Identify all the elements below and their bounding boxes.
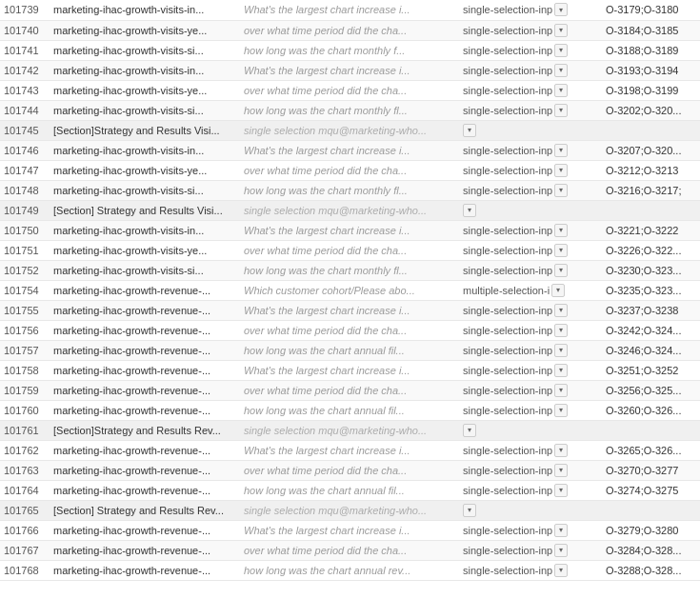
dropdown-arrow-icon[interactable]: ▾ xyxy=(554,104,568,117)
row-question: What's the largest chart increase i... xyxy=(240,440,459,460)
row-name: marketing-ihac-growth-visits-si... xyxy=(50,100,240,120)
row-type[interactable]: single-selection-inp▾ xyxy=(459,100,602,120)
row-type[interactable]: single-selection-inp▾ xyxy=(459,460,602,480)
row-output xyxy=(602,420,700,440)
dropdown-arrow-icon[interactable]: ▾ xyxy=(554,64,568,77)
row-type[interactable]: single-selection-inp▾ xyxy=(459,260,602,280)
dropdown-arrow-icon[interactable]: ▾ xyxy=(463,424,476,437)
row-id: 101758 xyxy=(0,360,50,380)
dropdown-arrow-icon[interactable]: ▾ xyxy=(554,3,568,16)
dropdown-arrow-icon[interactable]: ▾ xyxy=(554,164,568,177)
dropdown-arrow-icon[interactable]: ▾ xyxy=(554,344,568,357)
row-id: 101764 xyxy=(0,480,50,500)
row-id: 101760 xyxy=(0,400,50,420)
row-type[interactable]: single-selection-inp▾ xyxy=(459,560,602,580)
row-output: O-3284;O-328... xyxy=(602,540,700,560)
row-type[interactable]: single-selection-inp▾ xyxy=(459,520,602,540)
row-question: how long was the chart monthly fl... xyxy=(240,260,459,280)
row-type[interactable]: single-selection-inp▾ xyxy=(459,340,602,360)
type-label: single-selection-inp xyxy=(463,545,552,556)
table-row: 101747marketing-ihac-growth-visits-ye...… xyxy=(0,160,700,180)
dropdown-arrow-icon[interactable]: ▾ xyxy=(554,24,568,37)
row-question: how long was the chart monthly fl... xyxy=(240,100,459,120)
row-type[interactable]: single-selection-inp▾ xyxy=(459,380,602,400)
row-type[interactable]: single-selection-inp▾ xyxy=(459,40,602,60)
type-label: single-selection-inp xyxy=(463,265,552,276)
row-name: marketing-ihac-growth-visits-ye... xyxy=(50,240,240,260)
row-type[interactable]: single-selection-inp▾ xyxy=(459,300,602,320)
row-type[interactable]: single-selection-inp▾ xyxy=(459,440,602,460)
dropdown-arrow-icon[interactable]: ▾ xyxy=(554,84,568,97)
row-type[interactable]: single-selection-inp▾ xyxy=(459,160,602,180)
row-question: how long was the chart annual fil... xyxy=(240,480,459,500)
type-label: single-selection-inp xyxy=(463,325,552,336)
dropdown-arrow-icon[interactable]: ▾ xyxy=(554,444,568,457)
type-label: single-selection-inp xyxy=(463,225,552,236)
dropdown-arrow-icon[interactable]: ▾ xyxy=(554,304,568,317)
table-row: 101767marketing-ihac-growth-revenue-...o… xyxy=(0,540,700,560)
row-type[interactable]: ▾ xyxy=(459,420,602,440)
row-output: O-3279;O-3280 xyxy=(602,520,700,540)
row-question: over what time period did the cha... xyxy=(240,380,459,400)
row-type[interactable]: single-selection-inp▾ xyxy=(459,360,602,380)
type-label: single-selection-inp xyxy=(463,65,552,76)
row-type[interactable]: single-selection-inp▾ xyxy=(459,180,602,200)
row-type[interactable]: single-selection-inp▾ xyxy=(459,0,602,20)
row-id: 101742 xyxy=(0,60,50,80)
row-output: O-3179;O-3180 xyxy=(602,0,700,20)
row-id: 101765 xyxy=(0,500,50,520)
row-name: marketing-ihac-growth-revenue-... xyxy=(50,460,240,480)
row-name: marketing-ihac-growth-visits-in... xyxy=(50,140,240,160)
dropdown-arrow-icon[interactable]: ▾ xyxy=(463,124,476,137)
row-type[interactable]: single-selection-inp▾ xyxy=(459,320,602,340)
dropdown-arrow-icon[interactable]: ▾ xyxy=(554,524,568,537)
row-name: marketing-ihac-growth-visits-si... xyxy=(50,40,240,60)
row-question: What's the largest chart increase i... xyxy=(240,520,459,540)
row-id: 101751 xyxy=(0,240,50,260)
row-type[interactable]: single-selection-inp▾ xyxy=(459,20,602,40)
table-row: 101749[Section] Strategy and Results Vis… xyxy=(0,200,700,220)
row-question: What's the largest chart increase i... xyxy=(240,300,459,320)
dropdown-arrow-icon[interactable]: ▾ xyxy=(554,564,568,577)
row-type[interactable]: single-selection-inp▾ xyxy=(459,540,602,560)
row-type[interactable]: ▾ xyxy=(459,500,602,520)
dropdown-arrow-icon[interactable]: ▾ xyxy=(554,324,568,337)
row-type[interactable]: multiple-selection-i▾ xyxy=(459,280,602,300)
row-type[interactable]: single-selection-inp▾ xyxy=(459,480,602,500)
dropdown-arrow-icon[interactable]: ▾ xyxy=(551,284,565,297)
row-id: 101762 xyxy=(0,440,50,460)
type-label: single-selection-inp xyxy=(463,145,552,156)
dropdown-arrow-icon[interactable]: ▾ xyxy=(463,504,476,517)
dropdown-arrow-icon[interactable]: ▾ xyxy=(554,364,568,377)
row-type[interactable]: ▾ xyxy=(459,200,602,220)
row-type[interactable]: single-selection-inp▾ xyxy=(459,80,602,100)
row-id: 101763 xyxy=(0,460,50,480)
row-id: 101752 xyxy=(0,260,50,280)
table-row: 101758marketing-ihac-growth-revenue-...W… xyxy=(0,360,700,380)
row-type[interactable]: single-selection-inp▾ xyxy=(459,400,602,420)
dropdown-arrow-icon[interactable]: ▾ xyxy=(554,404,568,417)
dropdown-arrow-icon[interactable]: ▾ xyxy=(554,244,568,257)
dropdown-arrow-icon[interactable]: ▾ xyxy=(554,184,568,197)
dropdown-arrow-icon[interactable]: ▾ xyxy=(463,204,476,217)
row-question: What's the largest chart increase i... xyxy=(240,360,459,380)
row-question: What's the largest chart increase i... xyxy=(240,220,459,240)
row-output: O-3207;O-320... xyxy=(602,140,700,160)
dropdown-arrow-icon[interactable]: ▾ xyxy=(554,484,568,497)
dropdown-arrow-icon[interactable]: ▾ xyxy=(554,464,568,477)
dropdown-arrow-icon[interactable]: ▾ xyxy=(554,384,568,397)
dropdown-arrow-icon[interactable]: ▾ xyxy=(554,144,568,157)
row-type[interactable]: ▾ xyxy=(459,120,602,140)
type-label: single-selection-inp xyxy=(463,465,552,476)
row-type[interactable]: single-selection-inp▾ xyxy=(459,60,602,80)
dropdown-arrow-icon[interactable]: ▾ xyxy=(554,264,568,277)
dropdown-arrow-icon[interactable]: ▾ xyxy=(554,224,568,237)
type-label: single-selection-inp xyxy=(463,45,552,56)
row-type[interactable]: single-selection-inp▾ xyxy=(459,240,602,260)
dropdown-arrow-icon[interactable]: ▾ xyxy=(554,44,568,57)
row-name: marketing-ihac-growth-visits-ye... xyxy=(50,80,240,100)
dropdown-arrow-icon[interactable]: ▾ xyxy=(554,544,568,557)
row-type[interactable]: single-selection-inp▾ xyxy=(459,140,602,160)
row-type[interactable]: single-selection-inp▾ xyxy=(459,220,602,240)
row-name: marketing-ihac-growth-revenue-... xyxy=(50,300,240,320)
